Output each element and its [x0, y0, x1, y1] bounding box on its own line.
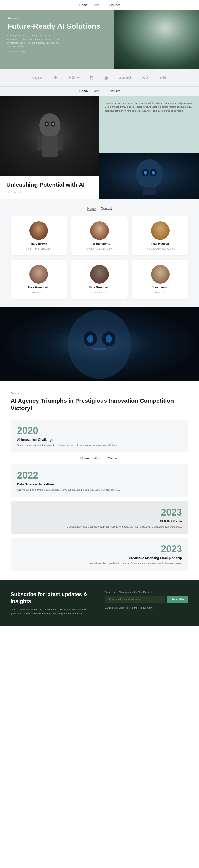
unleash-credit-link[interactable]: Freepik	[18, 191, 26, 193]
awards-nav: Home About Contact	[11, 457, 188, 460]
unleash-right-panel: Lorem ipsum dolor sit amet. Lorem ipsum …	[100, 96, 199, 199]
award-year-2023-nlp: 2023	[17, 507, 182, 518]
team-name-4: Nina Greenfield	[89, 286, 110, 289]
team-name-1: Piter Richmond	[89, 242, 110, 245]
award-desc-2023-nlp: Contestants create chatbots or NLP appli…	[17, 525, 182, 529]
award-desc-2022: A timed competition where data scientist…	[17, 488, 182, 492]
svg-point-0	[39, 113, 61, 137]
unleash-body-text: Lorem ipsum dolor sit amet. Lorem ipsum …	[100, 96, 199, 153]
logo-circle: ◉	[104, 75, 108, 80]
award-year-2020: 2020	[17, 425, 182, 436]
svg-point-12	[152, 171, 155, 175]
team-role-0: Creative Leader	[26, 247, 52, 250]
unleash-text-block: Unleashing Potential with AI Image from …	[0, 176, 100, 199]
awards-section: Awards AI Agency Triumphs in Prestigious…	[0, 381, 199, 581]
team-name-2: Paul Hudson	[151, 242, 169, 245]
hero-title: Future-Ready AI Solutions	[7, 22, 192, 31]
svg-point-11	[144, 171, 147, 175]
nav-contact[interactable]: Contact	[109, 3, 120, 7]
hero-credit: Image from Freepik	[7, 51, 192, 53]
svg-point-6	[46, 123, 48, 125]
svg-rect-20	[93, 348, 106, 350]
team-nav-contact[interactable]: Contact	[101, 207, 112, 211]
subscribe-left: Subscribe for latest updates & insights …	[11, 591, 94, 616]
robot-dark-image	[0, 96, 100, 176]
avatar-mary-brown	[30, 221, 48, 240]
hero-content: About us Future-Ready AI Solutions Lorem…	[0, 10, 199, 59]
logo-hd: HD ≡	[69, 75, 79, 80]
sub-nav-home[interactable]: Home	[79, 89, 88, 93]
unleash-credit-text: Image from	[6, 191, 17, 193]
team-name-0: Mary Brown	[31, 242, 47, 245]
avatar-piter-richmond	[90, 221, 109, 240]
award-name-2020: AI Innovation Challenge	[17, 438, 182, 441]
nav-home[interactable]: Home	[79, 3, 88, 7]
award-card-2020: 2020 AI Innovation Challenge Teams compe…	[11, 420, 188, 452]
award-name-2022: Data Science Hackathon	[17, 483, 182, 486]
awards-nav-contact[interactable]: Contact	[108, 457, 119, 460]
team-card-3: Nick Greenfield Manager	[11, 260, 67, 299]
hero-section: About us Future-Ready AI Solutions Lorem…	[0, 10, 199, 69]
team-name-3: Nick Greenfield	[28, 286, 50, 289]
logos-section: ogie ✦ HD ≡ ⊞ ◉ apmd ⁙⁙ nR	[0, 69, 199, 87]
robot-armor-svg	[29, 104, 71, 168]
award-card-2022: 2022 Data Science Hackathon A timed comp…	[11, 464, 188, 497]
hero-description: Lorem ipsum dolor sit amet, consectetur …	[7, 34, 61, 49]
subscribe-button[interactable]: Subscribe	[167, 596, 188, 603]
award-desc-2020: Teams compete to develop innovative AI s…	[17, 443, 182, 447]
award-card-2023-pred: 2023 Predictive Modeling Championship Pa…	[11, 538, 188, 570]
subscribe-sample-label: Sample text. Click to select the Text El…	[105, 591, 188, 593]
robot-blue-image	[100, 153, 199, 199]
sub-nav-contact[interactable]: Contact	[109, 89, 120, 93]
team-card-1: Piter Richmond Creative Leader	[71, 216, 128, 255]
subscribe-description: At vero eos et accusam et justo duo dolo…	[11, 608, 94, 616]
email-form: Subscribe	[105, 596, 188, 603]
avatar-tom-larson	[151, 265, 169, 284]
award-year-2022: 2022	[17, 470, 182, 481]
team-grid: Mary Brown Creative Leader Piter Richmon…	[11, 216, 188, 299]
awards-nav-about[interactable]: About	[94, 457, 103, 460]
svg-point-15	[68, 310, 131, 379]
avatar-nick-greenfield	[30, 265, 48, 284]
top-nav: Home About Contact	[0, 0, 199, 10]
team-card-4: Nina Greenfield Manager	[71, 260, 128, 299]
award-name-2023-pred: Predictive Modeling Championship	[17, 556, 182, 560]
team-card-5: Tom Larson Artist	[132, 260, 188, 299]
sub-nav-about[interactable]: About	[94, 89, 103, 93]
award-name-2023-nlp: NLP Bot Battle	[17, 520, 182, 523]
team-nav-home[interactable]: Home	[87, 207, 95, 211]
svg-point-7	[52, 123, 54, 125]
avatar-nina-greenfield	[90, 265, 109, 284]
subscribe-section: Subscribe for latest updates & insights …	[0, 580, 199, 626]
robot-full-svg	[0, 307, 199, 381]
robot-full-image	[0, 307, 199, 381]
team-name-5: Tom Larson	[152, 286, 168, 289]
team-role-5: Artist	[155, 291, 165, 294]
svg-point-19	[106, 335, 112, 343]
hero-label: About us	[7, 17, 192, 20]
sub-nav: Home About Contact	[0, 87, 199, 96]
svg-point-18	[87, 335, 93, 343]
team-section: Home Contact Mary Brown Creative Leader …	[0, 199, 199, 307]
unleash-credit: Image from Freepik	[6, 191, 93, 193]
team-role-4: Manager	[92, 291, 107, 294]
nav-about[interactable]: About	[94, 3, 103, 7]
awards-nav-home[interactable]: Home	[80, 457, 89, 460]
team-role-2: Programming Guru	[145, 247, 175, 250]
awards-label: Awards	[11, 392, 188, 395]
unleash-left-panel: Unleashing Potential with AI Image from …	[0, 96, 100, 199]
svg-rect-3	[58, 134, 63, 151]
award-desc-2023-pred: Participants build predictive models to …	[17, 562, 182, 565]
team-nav: Home Contact	[11, 207, 188, 211]
award-year-2023-pred: 2023	[17, 544, 182, 555]
unleashing-section: Unleashing Potential with AI Image from …	[0, 96, 199, 199]
avatar-paul-hudson	[151, 221, 169, 240]
team-card-0: Mary Brown Creative Leader	[11, 216, 67, 255]
unleash-heading: Unleashing Potential with AI	[6, 181, 93, 189]
awards-title: AI Agency Triumphs in Prestigious Innova…	[11, 397, 188, 412]
email-input[interactable]	[105, 596, 165, 603]
logo-nr: nR	[160, 75, 167, 81]
svg-point-8	[136, 159, 163, 189]
svg-rect-13	[143, 187, 156, 195]
logo-ogie: ogie	[32, 75, 42, 80]
